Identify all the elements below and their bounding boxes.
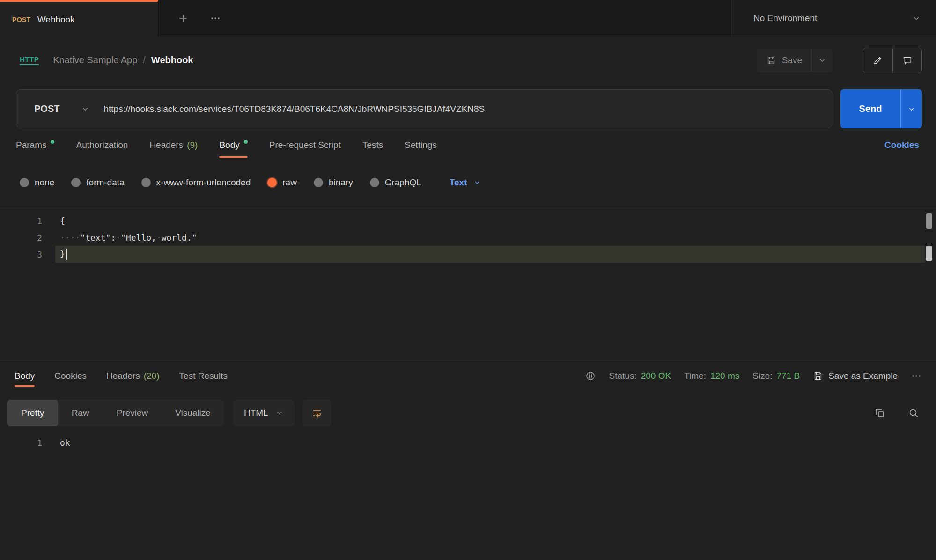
chevron-down-icon xyxy=(907,105,916,113)
response-tab-test-results-label: Test Results xyxy=(179,371,228,381)
radio-icon xyxy=(20,178,29,187)
breadcrumb-separator: / xyxy=(143,55,146,66)
view-preview[interactable]: Preview xyxy=(103,400,162,426)
body-type-none[interactable]: none xyxy=(20,177,54,188)
network-icon[interactable] xyxy=(585,370,596,382)
url-input[interactable]: https://hooks.slack.com/services/T06TD83… xyxy=(103,104,485,114)
environment-label: No Environment xyxy=(753,13,817,23)
size-label: Size: xyxy=(752,371,772,381)
response-tab-headers[interactable]: Headers (20) xyxy=(106,361,160,391)
tab-settings-label: Settings xyxy=(405,140,437,150)
comments-button[interactable] xyxy=(892,48,921,73)
response-view-switcher: Pretty Raw Preview Visualize xyxy=(7,400,224,426)
editor-line-3-active[interactable]: 3 } xyxy=(0,246,936,263)
new-tab-button[interactable] xyxy=(177,12,189,24)
tab-bar: POST Webhook No Environment xyxy=(0,0,936,37)
tab-authorization-label: Authorization xyxy=(76,140,128,150)
response-tab-body-label: Body xyxy=(15,371,35,381)
view-raw[interactable]: Raw xyxy=(58,400,103,426)
response-status: Status: 200 OK xyxy=(609,371,671,381)
tab-tests[interactable]: Tests xyxy=(362,128,383,162)
tab-authorization[interactable]: Authorization xyxy=(76,128,128,162)
line-number: 2 xyxy=(0,233,42,243)
body-type-binary-label: binary xyxy=(329,177,353,188)
request-url-row: POST https://hooks.slack.com/services/T0… xyxy=(16,89,922,128)
environment-selector[interactable]: No Environment xyxy=(731,0,936,37)
tab-title: Webhook xyxy=(37,15,75,25)
radio-selected-icon xyxy=(267,178,277,187)
send-options-button[interactable] xyxy=(900,89,922,128)
body-type-urlencoded[interactable]: x-www-form-urlencoded xyxy=(141,177,251,188)
raw-format-label: Text xyxy=(450,177,467,188)
save-options-button[interactable] xyxy=(811,49,832,72)
method-dropdown[interactable]: POST xyxy=(16,103,103,114)
response-tab-cookies-label: Cookies xyxy=(54,371,87,381)
response-headers-count: (20) xyxy=(144,371,160,381)
time-label: Time: xyxy=(684,371,706,381)
line-number: 1 xyxy=(0,216,42,226)
chevron-down-icon xyxy=(276,409,283,417)
tab-body-label: Body xyxy=(219,140,239,150)
cookies-link[interactable]: Cookies xyxy=(884,140,919,150)
body-type-form-data[interactable]: form-data xyxy=(71,177,124,188)
body-type-raw-label: raw xyxy=(282,177,297,188)
response-format-dropdown[interactable]: HTML xyxy=(233,400,295,426)
save-as-example-button[interactable]: Save as Example xyxy=(813,371,898,381)
wrap-lines-icon xyxy=(311,407,323,419)
response-tab-headers-label: Headers xyxy=(106,371,140,381)
scrollbar-thumb[interactable] xyxy=(926,213,932,229)
response-tab-body[interactable]: Body xyxy=(15,361,35,391)
search-response-icon[interactable] xyxy=(908,407,919,419)
raw-format-dropdown[interactable]: Text xyxy=(450,177,481,188)
response-toolbar: Pretty Raw Preview Visualize HTML xyxy=(7,399,919,427)
tab-headers[interactable]: Headers (9) xyxy=(149,128,198,162)
header-icon-group xyxy=(863,48,922,73)
breadcrumb: Knative Sample App / Webhook xyxy=(53,55,193,66)
send-button[interactable]: Send xyxy=(840,89,900,128)
response-size: Size: 771 B xyxy=(752,371,800,381)
radio-icon xyxy=(71,178,81,187)
wrap-lines-button[interactable] xyxy=(303,400,331,426)
body-type-raw[interactable]: raw xyxy=(267,177,297,188)
editor-line-2[interactable]: 2 ····"text":·"Hello,·world." xyxy=(0,229,936,246)
body-type-graphql-label: GraphQL xyxy=(385,177,421,188)
tab-pre-request-label: Pre-request Script xyxy=(269,140,341,150)
view-pretty[interactable]: Pretty xyxy=(7,400,58,426)
tab-pre-request-script[interactable]: Pre-request Script xyxy=(269,128,341,162)
request-body-editor[interactable]: 1 { 2 ····"text":·"Hello,·world." 3 } xyxy=(0,209,936,361)
editor-scrollbar[interactable] xyxy=(926,213,932,357)
response-format-label: HTML xyxy=(244,408,268,418)
tab-settings[interactable]: Settings xyxy=(405,128,437,162)
body-type-graphql[interactable]: GraphQL xyxy=(370,177,421,188)
copy-response-icon[interactable] xyxy=(874,407,885,419)
tab-options-icon[interactable] xyxy=(210,13,221,24)
response-content: ok xyxy=(42,438,70,448)
edit-request-button[interactable] xyxy=(863,48,892,73)
save-as-example-label: Save as Example xyxy=(828,371,898,381)
body-type-none-label: none xyxy=(35,177,54,188)
save-button-group: Save xyxy=(757,49,832,72)
text-cursor xyxy=(66,249,67,260)
chevron-down-icon xyxy=(473,179,481,186)
radio-icon xyxy=(370,178,379,187)
headers-count: (9) xyxy=(187,140,198,150)
save-button-label: Save xyxy=(782,55,802,66)
body-type-selector: none form-data x-www-form-urlencoded raw… xyxy=(20,169,936,196)
radio-icon xyxy=(141,178,151,187)
size-value: 771 B xyxy=(776,371,800,381)
response-tab-test-results[interactable]: Test Results xyxy=(179,361,228,391)
request-tab[interactable]: POST Webhook xyxy=(0,0,158,37)
tab-params-label: Params xyxy=(16,140,46,150)
response-options-icon[interactable] xyxy=(911,370,922,382)
send-button-group: Send xyxy=(840,89,922,128)
body-type-binary[interactable]: binary xyxy=(314,177,353,188)
editor-line-1[interactable]: 1 { xyxy=(0,212,936,229)
breadcrumb-collection[interactable]: Knative Sample App xyxy=(53,55,137,66)
chevron-down-icon xyxy=(81,105,89,113)
breadcrumb-request-name[interactable]: Webhook xyxy=(151,55,193,66)
tab-params[interactable]: Params xyxy=(16,128,54,162)
save-button[interactable]: Save xyxy=(757,49,811,72)
response-tab-cookies[interactable]: Cookies xyxy=(54,361,87,391)
view-visualize[interactable]: Visualize xyxy=(162,400,224,426)
tab-body[interactable]: Body xyxy=(219,128,247,162)
